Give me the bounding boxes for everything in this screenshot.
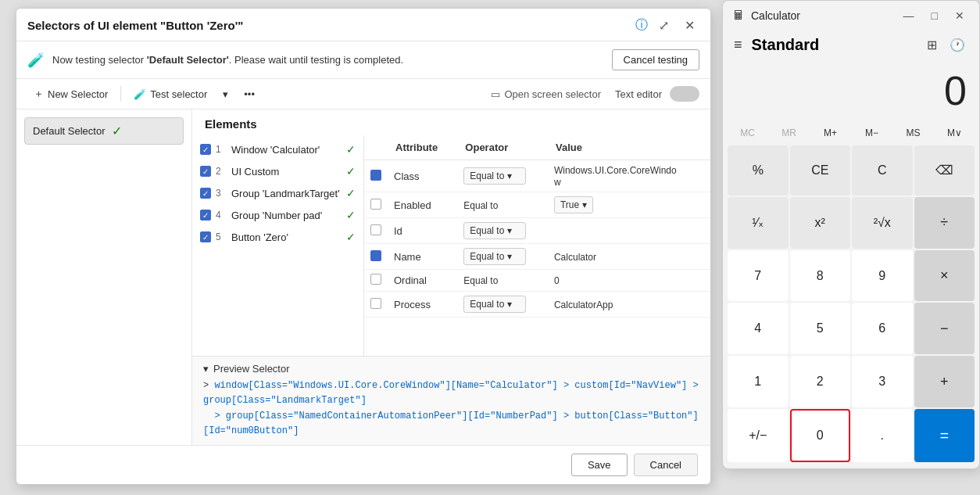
four-button[interactable]: 4 — [728, 303, 789, 354]
elements-header: Elements — [192, 109, 710, 135]
plus-icon: ＋ — [34, 87, 44, 101]
chevron-down-icon: ▾ — [582, 199, 587, 210]
open-screen-selector-button[interactable]: ▭ Open screen selector — [485, 85, 607, 103]
attr-check-name[interactable] — [370, 250, 381, 261]
three-button[interactable]: 3 — [852, 356, 913, 407]
seven-button[interactable]: 7 — [728, 250, 789, 302]
ms-button[interactable]: MS — [893, 124, 933, 142]
table-row[interactable]: ✓ 5 Button 'Zero' ✓ — [192, 226, 363, 248]
calc-buttons-grid: % CE C ⌫ ¹⁄ₓ x² ²√x ÷ 7 8 9 × 4 5 6 − 1 … — [723, 144, 979, 468]
elements-section: Elements ✓ 1 Window 'Calculator' ✓ ✓ 2 — [192, 109, 710, 356]
table-row: Class Equal to ▾ Windows.UI.Core.CoreWin… — [364, 160, 710, 192]
dialog-titlebar: Selectors of UI element "Button 'Zero'" … — [16, 9, 710, 41]
attr-name-id: Id — [388, 218, 457, 244]
attr-val-class: Windows.UI.Core.CoreWindow — [554, 165, 677, 188]
preview-line1: window[Class="Windows.UI.Core.CoreWindow… — [203, 380, 699, 406]
attr-op-name[interactable]: Equal to ▾ — [463, 248, 526, 265]
more-options-button[interactable]: ••• — [238, 85, 261, 103]
mplus-button[interactable]: M+ — [810, 124, 850, 142]
attr-check-class[interactable] — [370, 170, 381, 181]
sqrt-button[interactable]: ²√x — [852, 197, 913, 249]
calc-close-button[interactable]: ✕ — [950, 7, 970, 24]
subtract-button[interactable]: − — [914, 303, 975, 354]
divide-button[interactable]: ÷ — [914, 197, 975, 249]
text-editor-toggle[interactable] — [670, 86, 699, 102]
attr-name-enabled: Enabled — [388, 192, 457, 218]
attributes-table: Attribute Operator Value Class — [364, 135, 710, 317]
cancel-button[interactable]: Cancel — [634, 454, 698, 476]
new-selector-button[interactable]: ＋ New Selector — [27, 84, 114, 104]
testing-banner: 🧪 Now testing selector 'Default Selector… — [16, 41, 710, 79]
attr-op-class[interactable]: Equal to ▾ — [463, 167, 526, 185]
table-row[interactable]: ✓ 1 Window 'Calculator' ✓ — [192, 138, 363, 160]
history-icon[interactable]: 🕐 — [945, 34, 970, 56]
backspace-button[interactable]: ⌫ — [914, 145, 975, 195]
decimal-button[interactable]: . — [852, 409, 913, 462]
one-button[interactable]: 1 — [728, 356, 789, 407]
calc-restore-button[interactable]: □ — [926, 7, 943, 24]
element-checkbox-3[interactable]: ✓ — [200, 188, 211, 199]
table-row[interactable]: ✓ 2 UI Custom ✓ — [192, 160, 363, 182]
attr-val-enabled[interactable]: True ▾ — [554, 196, 593, 213]
elements-list: ✓ 1 Window 'Calculator' ✓ ✓ 2 UI Custom … — [192, 135, 364, 356]
mr-button[interactable]: MR — [769, 124, 809, 142]
calc-titlebar: 🖩 Calculator — □ ✕ — [723, 1, 979, 30]
info-icon[interactable]: ⓘ — [635, 17, 648, 34]
element-checkbox-4[interactable]: ✓ — [200, 210, 211, 221]
five-button[interactable]: 5 — [790, 303, 851, 354]
element-checkbox-5[interactable]: ✓ — [200, 231, 211, 242]
attr-check-process[interactable] — [370, 298, 381, 309]
table-row: Process Equal to ▾ CalculatorApp — [364, 292, 710, 317]
percent-button[interactable]: % — [728, 145, 789, 195]
c-button[interactable]: C — [852, 145, 913, 195]
selector-name-bold: 'Default Selector' — [147, 54, 229, 66]
preview-code: > window[Class="Windows.UI.Core.CoreWind… — [203, 378, 699, 439]
calc-display: 0 — [723, 59, 979, 122]
check-icon-4: ✓ — [346, 209, 356, 221]
flask-icon: 🧪 — [27, 52, 45, 69]
hamburger-icon[interactable]: ≡ — [729, 34, 747, 56]
close-button[interactable]: ✕ — [680, 16, 699, 34]
negate-button[interactable]: +/− — [728, 409, 789, 462]
element-checkbox-2[interactable]: ✓ — [200, 166, 211, 177]
table-row: Id Equal to ▾ — [364, 218, 710, 244]
nine-button[interactable]: 9 — [852, 250, 913, 302]
calc-minimize-button[interactable]: — — [898, 7, 920, 24]
six-button[interactable]: 6 — [852, 303, 913, 354]
multiply-button[interactable]: × — [914, 250, 975, 302]
reciprocal-button[interactable]: ¹⁄ₓ — [728, 197, 789, 249]
dialog-footer: Save Cancel — [16, 445, 710, 484]
table-row[interactable]: ✓ 4 Group 'Number pad' ✓ — [192, 204, 363, 226]
calc-header: ≡ Standard ⊞ 🕐 — [723, 30, 979, 59]
default-selector-item[interactable]: Default Selector ✓ — [24, 117, 184, 145]
cancel-testing-button[interactable]: Cancel testing — [612, 49, 699, 70]
attr-op-id[interactable]: Equal to ▾ — [463, 222, 526, 239]
preview-header[interactable]: ▾ Preview Selector — [203, 363, 699, 375]
equals-button[interactable]: = — [914, 409, 975, 462]
memory-panel-icon[interactable]: ⊞ — [922, 34, 942, 56]
calc-header-icons: ⊞ 🕐 — [922, 34, 970, 56]
square-button[interactable]: x² — [790, 197, 851, 249]
test-selector-button[interactable]: 🧪 Test selector — [127, 85, 213, 103]
dropdown-arrow-button[interactable]: ▾ — [216, 85, 234, 103]
memory-row: MC MR M+ M− MS M∨ — [723, 122, 979, 144]
attr-op-process[interactable]: Equal to ▾ — [463, 296, 526, 313]
ce-button[interactable]: CE — [790, 145, 851, 195]
mexpand-button[interactable]: M∨ — [935, 124, 975, 142]
mc-button[interactable]: MC — [728, 124, 767, 142]
eight-button[interactable]: 8 — [790, 250, 851, 302]
selector-label: Default Selector — [33, 125, 106, 137]
save-button[interactable]: Save — [571, 454, 628, 476]
zero-button[interactable]: 0 — [790, 409, 851, 462]
table-row[interactable]: ✓ 3 Group 'LandmarkTarget' ✓ — [192, 182, 363, 204]
element-checkbox-1[interactable]: ✓ — [200, 144, 211, 155]
add-button[interactable]: + — [914, 356, 975, 407]
two-button[interactable]: 2 — [790, 356, 851, 407]
attr-check-ordinal[interactable] — [370, 274, 381, 285]
attr-check-id[interactable] — [370, 224, 381, 235]
table-row: Ordinal Equal to 0 — [364, 270, 710, 292]
selector-check-icon: ✓ — [112, 124, 122, 138]
mminus-button[interactable]: M− — [852, 124, 892, 142]
restore-button[interactable]: ⤢ — [654, 16, 674, 34]
attr-check-enabled[interactable] — [370, 199, 381, 210]
